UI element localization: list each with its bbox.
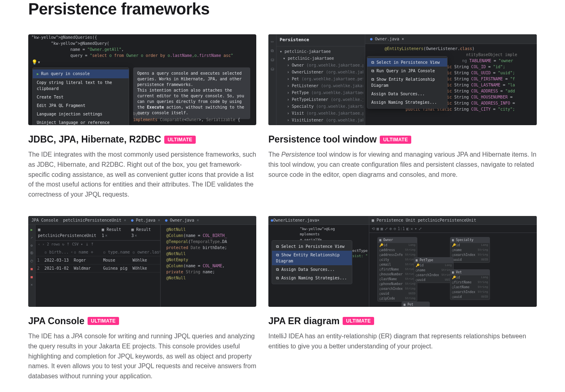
result-tab[interactable]: ▦ Result 3× — [132, 226, 158, 239]
toolbar-button[interactable]: ⊖ — [393, 226, 396, 232]
feature-grid: "kw-yellow">@NamedQueries({ "kw-yellow">… — [28, 34, 537, 382]
context-item[interactable]: ⧉ Show Entity Relationship Diagram — [367, 75, 447, 90]
entity-box[interactable]: ▦ Vet🔑idLong○firstNameString○lastNameStr… — [450, 269, 490, 300]
toolbar-button[interactable]: ⊕ — [389, 226, 392, 232]
intention-bulb-icon: 💡▾ — [31, 59, 40, 66]
tree-node[interactable]: › Specialty (org.woehlke.jakartaee.p — [278, 103, 363, 110]
ultimate-badge: ULTIMATE — [88, 317, 119, 325]
panel-title: Persistence — [276, 34, 365, 46]
feature-card-persistence-window: ▭⧉⛁⛁ Persistence ▾ petclinic-jakartaee ▾… — [268, 34, 537, 200]
diagram-context-menu: ⧉ Select in Persistence View⧉ Show Entit… — [272, 240, 352, 284]
editor-left: ● OwnerListener.java × "kw-yellow">@Logm… — [268, 216, 369, 307]
ultimate-badge: ULTIMATE — [164, 136, 195, 144]
card-desc: The Persistence tool window is for viewi… — [268, 150, 537, 180]
menu-item[interactable]: Language injection settings — [33, 110, 129, 118]
menu-item[interactable]: Create Test — [33, 93, 129, 101]
editor-tab[interactable]: ● Pet.java × — [131, 217, 160, 223]
card-desc: IntelliJ IDEA has an entity-relationship… — [268, 331, 537, 352]
card-desc: The IDE has a JPA console for writing an… — [28, 331, 256, 382]
editor-tab[interactable]: ● Owner.java × — [165, 217, 199, 223]
context-item[interactable]: ⧉ Assign Data Sources... — [272, 265, 352, 274]
toolbar-button[interactable]: ▾ — [414, 226, 417, 232]
toolbar-button[interactable]: ◧ — [406, 226, 409, 232]
tree-node[interactable]: › VisitListener (org.woehlke.jakart — [278, 117, 363, 124]
toolbar-button[interactable]: 1:1 — [398, 226, 405, 232]
editor-tabs: JPA ConsolepetclinicPersistenceUnit ×● P… — [28, 216, 256, 225]
context-item[interactable]: ⧉ Assign Naming Strategies... — [272, 274, 352, 282]
toolbar-button[interactable]: ▦ — [381, 226, 383, 232]
diagram-panel: ▦ Persistence Unit petclinicPersistenceU… — [369, 216, 537, 307]
menu-item[interactable]: Uninject language or reference — [33, 118, 129, 126]
run-sidebar: ▶↗⚙⦿⏱■■✕ — [28, 225, 36, 307]
menu-item[interactable]: Edit JPA QL Fragment — [33, 101, 129, 110]
toolbar-button[interactable]: ⟲ — [372, 226, 375, 232]
context-item[interactable]: ⧉ Show Entity Relationship Diagram — [272, 251, 352, 265]
card-desc: The IDE integrates with the most commonl… — [28, 150, 256, 200]
menu-item[interactable]: Copy string literal text to the clipboar… — [33, 78, 129, 93]
tree-node[interactable]: ▾ petclinic-jakartaee — [278, 55, 363, 62]
toolbar-button[interactable]: ⤢ — [385, 226, 388, 232]
editor-code: @NotNull@Column(name = COL_BIRTH_@Tempor… — [161, 225, 256, 307]
tree-node[interactable]: › OwnerListener (org.woehlke.jakar — [278, 69, 363, 75]
result-tab[interactable]: ▦ petclinicPersistenceUnit — [38, 226, 98, 239]
entity-box[interactable]: ▦ Owner🔑idLong○addressString○addressInfo… — [377, 237, 417, 302]
feature-card-jpa-console: JPA ConsolepetclinicPersistenceUnit ×● P… — [28, 216, 256, 382]
code-tail: by o.l implements Comparable<Owner>, Ser… — [133, 111, 253, 123]
thumb-jdbc: "kw-yellow">@NamedQueries({ "kw-yellow">… — [28, 34, 256, 125]
context-item[interactable]: ⧉ Select in Persistence View — [272, 242, 352, 251]
tree-node[interactable]: › Owner (org.woehlke.jakartaee.petcli — [278, 62, 363, 69]
entity-box[interactable]: ▦ Specialty🔑idLong○nameString○searchInde… — [450, 237, 490, 263]
editor-panel: ● Owner.java × @EntityListeners(OwnerLis… — [365, 34, 537, 125]
context-item[interactable]: Assign Data Sources... — [367, 90, 447, 98]
editor-tab[interactable]: JPA Console — [31, 217, 58, 223]
context-item[interactable]: Assign Naming Strategies... — [367, 98, 447, 107]
editor-tab[interactable]: petclinicPersistenceUnit × — [63, 217, 126, 223]
tree-node[interactable]: ▾ petclinic-jakartaee — [278, 48, 363, 55]
tree-node[interactable]: › Pet (org.woehlke.jakartaee.petclin — [278, 75, 363, 82]
tree-node[interactable]: › Visit (org.woehlke.jakartaee.petcli — [278, 110, 363, 117]
results-toolbar: ‹ › 2 rows ↻ ⤒ CSV ▾ ⤓ ⤒ — [36, 241, 160, 249]
toolbar-button[interactable]: ▦ — [377, 226, 379, 232]
thumb-er-diagram: ● OwnerListener.java × "kw-yellow">@Logm… — [268, 216, 537, 307]
feature-card-er-diagram: ● OwnerListener.java × "kw-yellow">@Logm… — [268, 216, 537, 382]
thumb-jpa-console: JPA ConsolepetclinicPersistenceUnit ×● P… — [28, 216, 256, 307]
tree-node[interactable]: › PetListener (org.woehlke.jakart — [278, 82, 363, 89]
tool-window-bar: ▭⧉⛁⛁ — [268, 34, 276, 125]
card-title: Persistence tool window — [268, 134, 377, 145]
table-row[interactable]: 22021-01-02WaldmarGuinea pigWöhlke — [36, 264, 160, 273]
entity-box[interactable]: ▦ PetType🔑idLong○nameString○searchIndexS… — [414, 257, 454, 283]
context-item[interactable]: ⧉ Run Query in JPA Console — [367, 67, 447, 75]
toolbar-button[interactable]: ✕ — [410, 226, 413, 232]
ultimate-badge: ULTIMATE — [343, 317, 374, 325]
card-title: JPA ER diagram — [268, 316, 339, 327]
section-title: Persistence frameworks — [28, 0, 537, 18]
feature-card-jdbc: "kw-yellow">@NamedQueries({ "kw-yellow">… — [28, 34, 256, 200]
tree-node[interactable]: › PetType (org.woehlke.jakartaee.pe — [278, 89, 363, 96]
ultimate-badge: ULTIMATE — [380, 136, 411, 144]
table-row[interactable]: 12022-03-13RogerMouseWöhlke — [36, 256, 160, 264]
intention-menu: Run query in consoleCopy string literal … — [32, 67, 129, 125]
result-tab[interactable]: ▦ Result 1× — [102, 226, 128, 239]
card-title: JDBC, JPA, Hibernate, R2DBC — [28, 134, 161, 145]
editor-tab: ● Owner.java × — [368, 36, 406, 42]
diagram-toolbar: ⟲▦▦⤢⊕⊖1:1◧✕▾⤢ — [369, 225, 537, 233]
persistence-context-menu: ⧉ Select in Persistence View⧉ Run Query … — [367, 56, 448, 109]
toolbar-button[interactable]: ⤢ — [419, 226, 422, 232]
context-item[interactable]: ⧉ Select in Persistence View — [367, 58, 447, 67]
tree-node[interactable]: › PetTypeListener (org.woehlke.jaka — [278, 96, 363, 103]
menu-item[interactable]: Run query in console — [33, 69, 129, 78]
card-title: JPA Console — [28, 316, 84, 327]
results-panel: ▦ petclinicPersistenceUnit▦ Result 1×▦ R… — [36, 225, 161, 307]
entity-box[interactable]: ▦ Pet — [402, 302, 430, 307]
thumb-persistence: ▭⧉⛁⛁ Persistence ▾ petclinic-jakartaee ▾… — [268, 34, 537, 125]
persistence-panel: Persistence ▾ petclinic-jakartaee ▾ petc… — [276, 34, 365, 125]
